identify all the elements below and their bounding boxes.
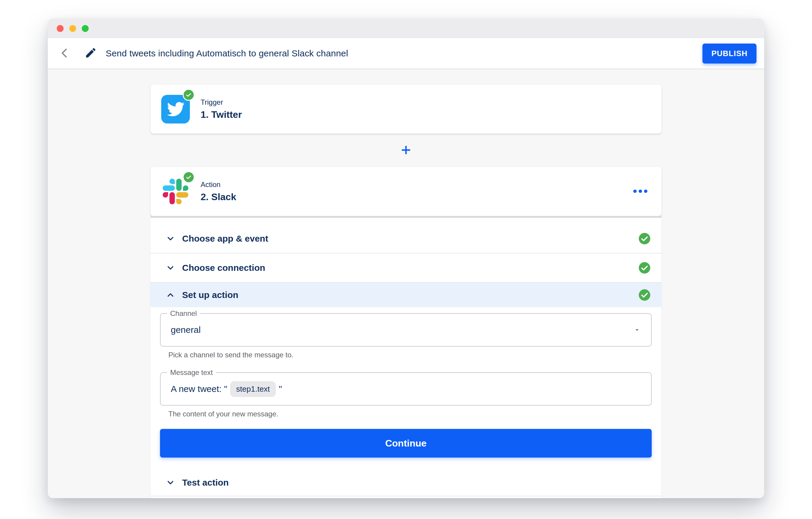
section-completed-check-icon — [638, 289, 651, 301]
add-step-button[interactable] — [395, 140, 417, 161]
trigger-step-meta: Trigger 1. Twitter — [201, 98, 242, 120]
trigger-step-title: 1. Twitter — [201, 109, 242, 120]
plus-icon — [399, 143, 413, 158]
action-type-label: Action — [201, 180, 236, 189]
message-text-prefix: A new tweet: " — [171, 384, 227, 394]
action-app-icon-wrap — [161, 177, 190, 206]
ellipsis-icon — [633, 189, 648, 194]
trigger-type-label: Trigger — [201, 98, 242, 106]
chevron-up-icon — [165, 290, 176, 300]
section-divider — [150, 496, 662, 496]
edit-flow-name-button[interactable] — [82, 45, 99, 62]
chevron-down-icon — [165, 234, 176, 244]
channel-select-value: general — [171, 325, 201, 335]
trigger-completed-check-icon — [183, 89, 195, 101]
traffic-lights — [57, 25, 89, 32]
section-label: Set up action — [182, 290, 238, 300]
add-step-row — [150, 134, 662, 167]
section-completed-check-icon — [638, 232, 651, 245]
app-window: Send tweets including Automatisch to gen… — [48, 19, 764, 498]
trigger-app-icon-wrap — [161, 95, 190, 123]
message-text-content: A new tweet: " step1.text " — [171, 381, 282, 397]
back-button[interactable] — [56, 44, 74, 62]
setup-action-form: Channel general Pick a channel to send t… — [150, 307, 662, 458]
section-test-action[interactable]: Test action — [150, 469, 662, 496]
message-text-input[interactable]: Message text A new tweet: " step1.text " — [160, 372, 652, 406]
trigger-step-card[interactable]: Trigger 1. Twitter — [150, 85, 662, 134]
section-choose-app-event[interactable]: Choose app & event — [150, 224, 662, 253]
caret-down-icon — [633, 326, 641, 334]
pencil-icon — [85, 47, 97, 60]
chevron-down-icon — [165, 263, 176, 273]
section-label: Test action — [182, 478, 229, 488]
section-label: Choose app & event — [182, 234, 268, 244]
action-step-card[interactable]: Action 2. Slack — [150, 167, 662, 216]
publish-button[interactable]: PUBLISH — [702, 43, 756, 64]
section-label: Choose connection — [182, 263, 265, 273]
flow-title[interactable]: Send tweets including Automatisch to gen… — [106, 48, 348, 58]
message-text-label: Message text — [167, 368, 216, 377]
close-window-button[interactable] — [57, 25, 64, 32]
channel-select[interactable]: Channel general — [160, 313, 652, 346]
section-choose-connection[interactable]: Choose connection — [150, 253, 662, 282]
window-titlebar — [48, 19, 764, 38]
continue-button[interactable]: Continue — [160, 429, 652, 458]
action-completed-check-icon — [183, 171, 195, 183]
message-helper-text: The content of your new message. — [168, 410, 652, 418]
section-completed-check-icon — [638, 262, 651, 274]
step-more-menu-button[interactable] — [630, 181, 651, 202]
message-text-suffix: " — [279, 384, 282, 394]
channel-helper-text: Pick a channel to send the message to. — [168, 351, 652, 359]
flow-canvas: Trigger 1. Twitter — [48, 69, 764, 498]
chevron-down-icon — [165, 478, 176, 488]
chevron-left-icon — [58, 47, 71, 61]
variable-chip[interactable]: step1.text — [230, 381, 276, 397]
channel-select-label: Channel — [167, 309, 200, 318]
minimize-window-button[interactable] — [69, 25, 76, 32]
section-set-up-action[interactable]: Set up action — [150, 283, 662, 307]
editor-header: Send tweets including Automatisch to gen… — [48, 38, 764, 69]
action-step-title: 2. Slack — [201, 191, 236, 203]
action-settings-card: Choose app & event Choose connection — [150, 218, 662, 498]
action-step-meta: Action 2. Slack — [201, 180, 236, 203]
zoom-window-button[interactable] — [82, 25, 89, 32]
